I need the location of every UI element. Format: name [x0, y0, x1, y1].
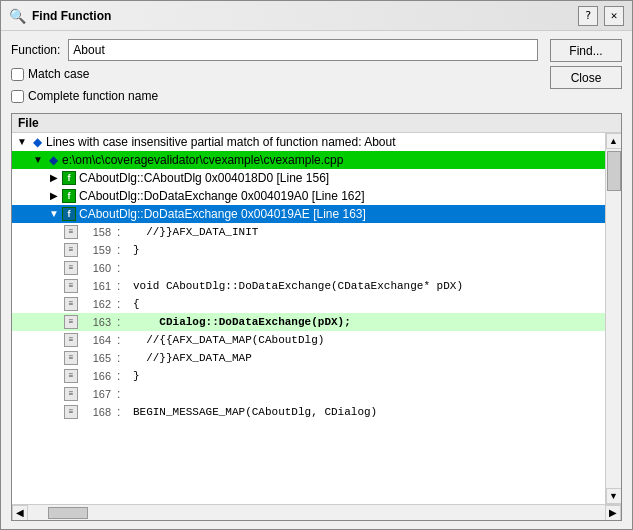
- h-scroll-track: [28, 505, 605, 520]
- line-num-164: 164: [81, 334, 111, 346]
- function-label-0: CAboutDlg::CAboutDlg 0x004018D0 [Line 15…: [79, 171, 329, 185]
- colon-161: :: [117, 279, 120, 293]
- line-code-162: {: [126, 298, 139, 310]
- root-expand-arrow: ▼: [16, 136, 28, 148]
- line-num-158: 158: [81, 226, 111, 238]
- code-icon-164: ≡: [64, 333, 78, 347]
- colon-160: :: [117, 261, 120, 275]
- func2-icon: f: [62, 207, 76, 221]
- scroll-left-button[interactable]: ◀: [12, 505, 28, 521]
- line-num-165: 165: [81, 352, 111, 364]
- file-diamond-icon: ◆: [46, 153, 60, 167]
- colon-166: :: [117, 369, 120, 383]
- code-icon-168: ≡: [64, 405, 78, 419]
- scroll-down-button[interactable]: ▼: [606, 488, 622, 504]
- scroll-up-button[interactable]: ▲: [606, 133, 622, 149]
- line-code-159: }: [126, 244, 139, 256]
- line-code-161: void CAboutDlg::DoDataExchange(CDataExch…: [126, 280, 463, 292]
- file-panel: File ▼ ◆ Lines with case insensitive par…: [11, 113, 622, 521]
- file-path-label: e:\om\c\coveragevalidator\cvexample\cvex…: [62, 153, 343, 167]
- code-line-168[interactable]: ≡ 168 : BEGIN_MESSAGE_MAP(CAboutDlg, CDi…: [12, 403, 605, 421]
- line-code-158: //}}AFX_DATA_INIT: [126, 226, 258, 238]
- code-icon-167: ≡: [64, 387, 78, 401]
- colon-168: :: [117, 405, 120, 419]
- line-num-159: 159: [81, 244, 111, 256]
- file-path-row[interactable]: ▼ ◆ e:\om\c\coveragevalidator\cvexample\…: [12, 151, 605, 169]
- root-label: Lines with case insensitive partial matc…: [46, 135, 396, 149]
- function-label-2: CAboutDlg::DoDataExchange 0x004019AE [Li…: [79, 207, 366, 221]
- form-fields: Function: Match case Complete function n…: [11, 39, 538, 105]
- code-icon-158: ≡: [64, 225, 78, 239]
- action-buttons: Find... Close: [550, 39, 622, 89]
- line-num-167: 167: [81, 388, 111, 400]
- colon-158: :: [117, 225, 120, 239]
- file-panel-header: File: [12, 114, 621, 133]
- line-num-163: 163: [81, 316, 111, 328]
- complete-function-checkbox[interactable]: [11, 90, 24, 103]
- line-num-162: 162: [81, 298, 111, 310]
- complete-function-row: Complete function name: [11, 87, 538, 105]
- code-line-164[interactable]: ≡ 164 : //{{AFX_DATA_MAP(CAboutDlg): [12, 331, 605, 349]
- code-line-165[interactable]: ≡ 165 : //}}AFX_DATA_MAP: [12, 349, 605, 367]
- dialog-title: Find Function: [32, 9, 572, 23]
- window-close-button[interactable]: ✕: [604, 6, 624, 26]
- code-line-158[interactable]: ≡ 158 : //}}AFX_DATA_INIT: [12, 223, 605, 241]
- code-line-162[interactable]: ≡ 162 : {: [12, 295, 605, 313]
- line-num-160: 160: [81, 262, 111, 274]
- find-button[interactable]: Find...: [550, 39, 622, 62]
- root-diamond-icon: ◆: [30, 135, 44, 149]
- help-button[interactable]: ?: [578, 6, 598, 26]
- code-line-160[interactable]: ≡ 160 :: [12, 259, 605, 277]
- line-code-166: }: [126, 370, 139, 382]
- match-case-label: Match case: [28, 67, 89, 81]
- match-case-row: Match case: [11, 65, 538, 83]
- function-label-1: CAboutDlg::DoDataExchange 0x004019A0 [Li…: [79, 189, 365, 203]
- line-num-161: 161: [81, 280, 111, 292]
- function-row-2[interactable]: ▼ f CAboutDlg::DoDataExchange 0x004019AE…: [12, 205, 605, 223]
- function-label: Function:: [11, 43, 60, 57]
- find-function-dialog: 🔍 Find Function ? ✕ Function: Match case…: [0, 0, 633, 530]
- func0-expand-arrow: ▶: [48, 172, 60, 184]
- function-row-0[interactable]: ▶ f CAboutDlg::CAboutDlg 0x004018D0 [Lin…: [12, 169, 605, 187]
- tree-root[interactable]: ▼ ◆ Lines with case insensitive partial …: [12, 133, 605, 151]
- tree-scroll-area[interactable]: ▼ ◆ Lines with case insensitive partial …: [12, 133, 605, 504]
- colon-159: :: [117, 243, 120, 257]
- colon-164: :: [117, 333, 120, 347]
- complete-function-label: Complete function name: [28, 89, 158, 103]
- func2-expand-arrow: ▼: [48, 208, 60, 220]
- func1-expand-arrow: ▶: [48, 190, 60, 202]
- close-button[interactable]: Close: [550, 66, 622, 89]
- horizontal-scrollbar[interactable]: ◀ ▶: [12, 504, 621, 520]
- func0-icon: f: [62, 171, 76, 185]
- code-line-163[interactable]: ≡ 163 : CDialog::DoDataExchange(pDX);: [12, 313, 605, 331]
- function-row: Function:: [11, 39, 538, 61]
- code-icon-162: ≡: [64, 297, 78, 311]
- line-code-163: CDialog::DoDataExchange(pDX);: [126, 316, 350, 328]
- line-num-168: 168: [81, 406, 111, 418]
- code-icon-165: ≡: [64, 351, 78, 365]
- code-line-167[interactable]: ≡ 167 :: [12, 385, 605, 403]
- vertical-scrollbar[interactable]: ▲ ▼: [605, 133, 621, 504]
- function-input[interactable]: [68, 39, 538, 61]
- function-row-1[interactable]: ▶ f CAboutDlg::DoDataExchange 0x004019A0…: [12, 187, 605, 205]
- code-icon-160: ≡: [64, 261, 78, 275]
- code-icon-163: ≡: [64, 315, 78, 329]
- colon-167: :: [117, 387, 120, 401]
- code-icon-161: ≡: [64, 279, 78, 293]
- dialog-icon: 🔍: [9, 8, 26, 24]
- match-case-checkbox[interactable]: [11, 68, 24, 81]
- line-code-164: //{{AFX_DATA_MAP(CAboutDlg): [126, 334, 324, 346]
- line-num-166: 166: [81, 370, 111, 382]
- scroll-thumb[interactable]: [607, 151, 621, 191]
- colon-162: :: [117, 297, 120, 311]
- line-code-168: BEGIN_MESSAGE_MAP(CAboutDlg, CDialog): [126, 406, 377, 418]
- title-bar: 🔍 Find Function ? ✕: [1, 1, 632, 31]
- form-area: Function: Match case Complete function n…: [1, 31, 632, 109]
- scroll-right-button[interactable]: ▶: [605, 505, 621, 521]
- code-line-161[interactable]: ≡ 161 : void CAboutDlg::DoDataExchange(C…: [12, 277, 605, 295]
- code-icon-166: ≡: [64, 369, 78, 383]
- code-line-166[interactable]: ≡ 166 : }: [12, 367, 605, 385]
- code-line-159[interactable]: ≡ 159 : }: [12, 241, 605, 259]
- h-scroll-thumb[interactable]: [48, 507, 88, 519]
- line-code-165: //}}AFX_DATA_MAP: [126, 352, 251, 364]
